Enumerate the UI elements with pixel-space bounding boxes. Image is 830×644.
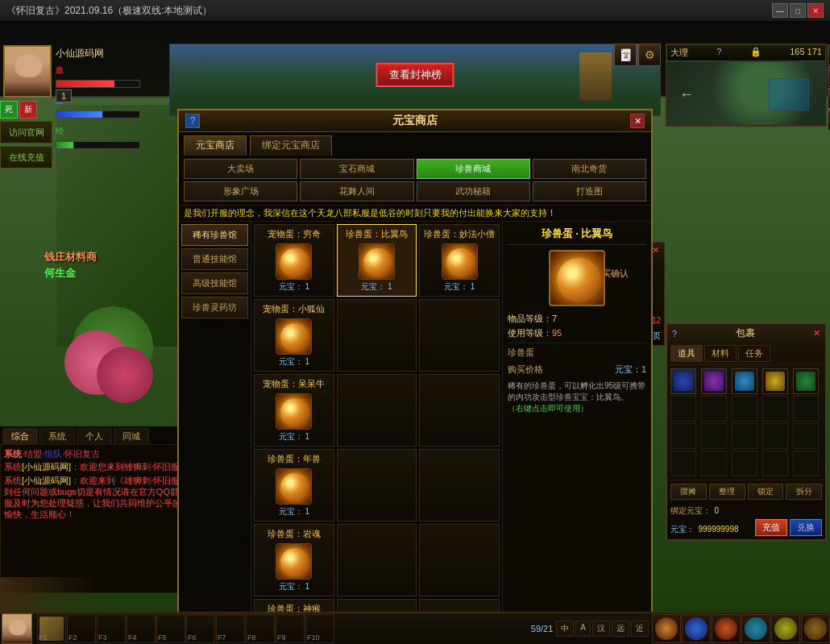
tab-yuan-bao-shop[interactable]: 元宝商店 — [184, 135, 247, 156]
bag-action-row-1: 摆摊 整理 锁定 拆分 — [670, 484, 822, 500]
cat-panel-normal-skills[interactable]: 普通技能馆 — [181, 248, 248, 270]
visit-website-btn[interactable]: 访问官网 — [0, 121, 52, 143]
bag-slot-20[interactable] — [793, 451, 819, 476]
recharge-btn[interactable]: 充值 — [755, 519, 787, 536]
bag-split-btn[interactable]: 拆分 — [786, 484, 822, 500]
bag-slot-7[interactable] — [701, 396, 727, 422]
chat-tab-all[interactable]: 综合 — [2, 428, 38, 444]
tab-bind-yuan-bao-shop[interactable]: 绑定元宝商店 — [250, 135, 332, 156]
bag-slot-18[interactable] — [732, 451, 757, 476]
skill-slot-f7[interactable]: F7 — [216, 614, 245, 643]
bag-help-btn[interactable]: ? — [672, 329, 677, 339]
cat-zhen-shou[interactable]: 珍兽商城 — [417, 159, 530, 179]
toolbar-menu-icon[interactable] — [801, 614, 830, 643]
skill-slot-f9[interactable]: F9 — [276, 614, 305, 643]
bag-slot-11[interactable] — [670, 423, 696, 449]
item-xiao-hu-xian[interactable]: 宠物蛋：小狐仙 元宝： 1 — [254, 299, 334, 372]
skill-slot-f10[interactable]: F10 — [305, 614, 334, 643]
cat-wu-gong[interactable]: 武功秘籍 — [417, 181, 530, 202]
skill-slot-f8[interactable]: F8 — [246, 614, 275, 643]
bag-slot-9[interactable] — [762, 396, 788, 422]
online-recharge-btn[interactable]: 在线充值 — [0, 146, 52, 168]
bag-slot-1[interactable] — [670, 368, 696, 394]
toolbar-social-icon[interactable] — [741, 614, 770, 643]
cat-da-zao[interactable]: 打造图 — [533, 181, 646, 202]
input-mode-near[interactable]: 近 — [631, 621, 649, 637]
bag-stall-btn[interactable]: 摆摊 — [670, 484, 707, 500]
cat-bao-shi[interactable]: 宝石商城 — [300, 159, 413, 179]
bag-slot-15[interactable] — [793, 423, 819, 449]
skill-slot-f6[interactable]: F6 — [186, 614, 215, 643]
bag-slot-14[interactable] — [762, 423, 788, 449]
top-right-icon-row: 🃏 ⚙ — [614, 44, 661, 66]
item-name-nian-shou: 珍兽蛋：年兽 — [268, 453, 321, 465]
chat-tab-city[interactable]: 同城 — [114, 428, 149, 444]
skill-slot-f4[interactable]: F4 — [127, 614, 156, 643]
toolbar-char-icon[interactable] — [652, 614, 681, 643]
bag-slot-16[interactable] — [670, 451, 696, 476]
input-mode-far[interactable]: 远 — [612, 621, 629, 637]
cards-icon[interactable]: 🃏 — [614, 44, 637, 66]
skill-slot-f6-label: F6 — [188, 634, 197, 642]
item-nian-shou[interactable]: 珍兽蛋：年兽 元宝： 1 — [254, 449, 334, 521]
cat-panel-elixir[interactable]: 珍兽灵药坊 — [181, 297, 248, 318]
cat-panel-rare-beasts[interactable]: 稀有珍兽馆 — [181, 224, 248, 246]
bag-lock-btn[interactable]: 锁定 — [748, 484, 784, 500]
item-qiong-qi[interactable]: 宠物蛋：穷奇 元宝： 1 — [254, 224, 334, 297]
item-yan-hun[interactable]: 珍兽蛋：岩魂 元宝： 1 — [254, 524, 334, 596]
skill-slot-f1[interactable]: F1 — [37, 614, 66, 643]
input-mode-zh[interactable]: 中 — [556, 621, 574, 637]
cat-xing-xiang[interactable]: 形象广场 — [184, 181, 297, 202]
bag-slot-10[interactable] — [793, 396, 819, 422]
bag-slot-6[interactable] — [670, 396, 696, 422]
bag-tab-quests[interactable]: 任务 — [738, 345, 770, 362]
items-scroll-area[interactable]: 宠物蛋：穷奇 元宝： 1 珍兽蛋：比翼鸟 元宝： 1 珍兽蛋 — [251, 222, 502, 644]
query-divine-btn[interactable]: 查看封神榜 — [376, 63, 454, 87]
cat-da-mai-chang[interactable]: 大卖场 — [184, 159, 297, 179]
item-empty-7 — [337, 524, 417, 596]
cat-hua-wu[interactable]: 花舞人间 — [300, 181, 413, 202]
skill-slot-f5[interactable]: F5 — [156, 614, 185, 643]
input-mode-han[interactable]: 汉 — [592, 621, 610, 637]
chat-tab-personal[interactable]: 个人 — [77, 428, 112, 444]
window-close-button[interactable]: ✕ — [807, 3, 824, 18]
item-miao-fa-xiao-seng[interactable]: 珍兽蛋：妙法小僧 元宝： 1 — [419, 224, 500, 297]
minimize-button[interactable]: — — [772, 3, 788, 18]
item-dai-dai-niu[interactable]: 宠物蛋：呆呆牛 元宝： 1 — [254, 374, 334, 447]
input-mode-a[interactable]: A — [575, 621, 591, 637]
question-mark[interactable]: ? — [716, 47, 721, 59]
exchange-btn-2[interactable]: 兑换 — [790, 519, 822, 536]
bag-slot-4[interactable] — [762, 368, 788, 394]
maximize-button[interactable]: □ — [790, 3, 806, 18]
item-name-miao-fa: 珍兽蛋：妙法小僧 — [424, 228, 495, 240]
bag-tab-tools[interactable]: 道具 — [670, 345, 703, 362]
toolbar-avatar[interactable] — [2, 613, 32, 644]
item-empty-1 — [337, 299, 417, 372]
bag-sort-btn[interactable]: 整理 — [709, 484, 745, 500]
bag-slot-3[interactable] — [732, 368, 757, 394]
toolbar-bag-icon[interactable] — [771, 614, 800, 643]
toolbar-skills-icon[interactable] — [682, 614, 711, 643]
toolbar-map-icon[interactable] — [712, 614, 741, 643]
chat-tab-system[interactable]: 系统 — [39, 428, 75, 444]
bag-tab-materials[interactable]: 材料 — [704, 345, 737, 362]
cat-nan-bei[interactable]: 南北奇货 — [533, 159, 646, 179]
skill-slot-f3[interactable]: F3 — [97, 614, 126, 643]
bag-slot-12[interactable] — [701, 423, 727, 449]
shop-close-btn[interactable]: ✕ — [630, 114, 645, 128]
bag-slot-5[interactable] — [793, 368, 819, 394]
settings-icon[interactable]: ⚙ — [638, 44, 661, 66]
skill-slot-f2[interactable]: F2 — [67, 614, 96, 643]
bag-slot-8[interactable] — [732, 396, 757, 422]
cat-panel-advanced-skills[interactable]: 高级技能馆 — [181, 272, 248, 294]
bag-close-btn[interactable]: ✕ — [813, 328, 820, 339]
bag-slot-17[interactable] — [701, 451, 727, 476]
items-grid: 宠物蛋：穷奇 元宝： 1 珍兽蛋：比翼鸟 元宝： 1 珍兽蛋 — [251, 222, 502, 644]
item-bi-yi-niao[interactable]: 珍兽蛋：比翼鸟 元宝： 1 — [337, 224, 417, 297]
shop-help-btn[interactable]: ? — [185, 114, 200, 128]
bag-slot-13[interactable] — [732, 423, 757, 449]
task-panel-close[interactable]: ✕ — [652, 245, 659, 257]
bag-slot-2[interactable] — [701, 368, 727, 394]
bag-tab-bar: 道具 材料 任务 — [667, 343, 825, 365]
bag-slot-19[interactable] — [762, 451, 788, 476]
